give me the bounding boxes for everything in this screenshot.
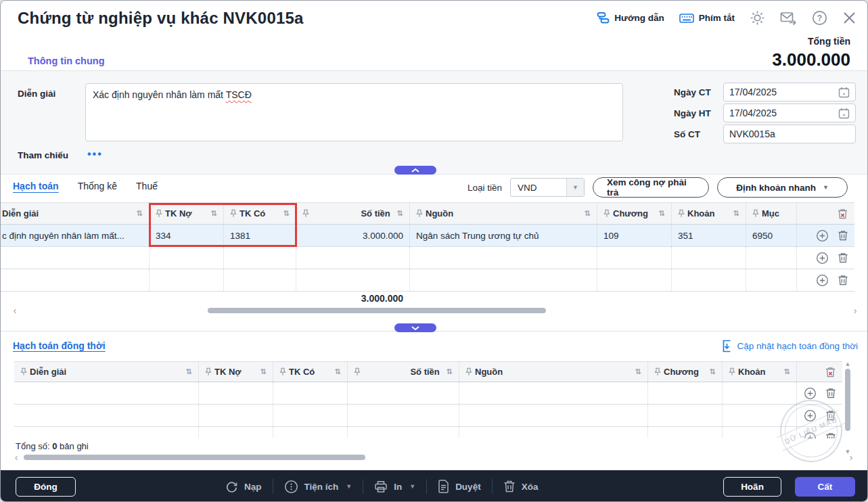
delete-row-icon[interactable] xyxy=(838,274,848,286)
posting-date-input[interactable]: 17/04/2025 xyxy=(723,104,856,122)
table-row-empty[interactable] xyxy=(1,269,854,292)
delete-button[interactable]: Xóa xyxy=(503,480,539,493)
add-row-icon[interactable] xyxy=(804,432,817,439)
scroll-right-icon[interactable]: › xyxy=(850,307,860,314)
sort-icon[interactable]: ⇅ xyxy=(134,209,143,218)
shortcuts-button[interactable]: Phím tắt xyxy=(679,13,735,24)
sort-icon[interactable]: ⇅ xyxy=(707,367,716,376)
calendar-icon[interactable] xyxy=(838,108,850,119)
add-row-icon[interactable] xyxy=(816,274,829,287)
pin-icon[interactable] xyxy=(678,209,685,218)
col-tk-no[interactable]: TK Nợ ⇅ xyxy=(199,362,273,382)
sort-icon[interactable]: ⇅ xyxy=(633,367,641,376)
delete-row-icon[interactable] xyxy=(838,252,848,264)
pin-icon[interactable] xyxy=(205,367,212,376)
doc-number-input[interactable]: NVK0015a xyxy=(723,124,856,143)
col-khoan[interactable]: Khoản ⇅ xyxy=(672,203,746,224)
delete-row-icon[interactable] xyxy=(825,432,836,438)
col-so-tien[interactable]: Số tiền ⇅ xyxy=(348,362,459,382)
doc-date-input[interactable]: 17/04/2025 xyxy=(723,83,856,101)
col-tk-co[interactable]: TK Có ⇅ xyxy=(224,203,296,224)
scrollbar-thumb[interactable] xyxy=(24,455,365,460)
add-row-icon[interactable] xyxy=(816,229,829,242)
update-simultaneous-link[interactable]: Cập nhật hạch toán đồng thời xyxy=(722,340,859,352)
pin-icon[interactable] xyxy=(279,367,286,376)
col-khoan[interactable]: Khoản ⇅ xyxy=(723,362,797,382)
add-row-icon[interactable] xyxy=(816,252,829,265)
col-nguon[interactable]: Nguồn ⇅ xyxy=(459,362,648,382)
pin-icon[interactable] xyxy=(20,367,27,376)
collapse-down-button[interactable] xyxy=(394,323,436,332)
scroll-right-icon[interactable]: › xyxy=(846,454,856,461)
pin-icon[interactable] xyxy=(416,209,423,218)
delete-all-icon[interactable] xyxy=(837,208,848,220)
add-row-icon[interactable] xyxy=(804,387,817,400)
table-row-empty[interactable] xyxy=(14,405,842,427)
postpone-button[interactable]: Hoãn xyxy=(723,477,781,497)
scroll-left-icon[interactable]: ‹ xyxy=(12,454,21,461)
gear-icon[interactable] xyxy=(750,10,765,26)
reload-button[interactable]: Nạp xyxy=(225,480,262,493)
scrollbar-thumb[interactable] xyxy=(845,369,850,431)
description-input[interactable]: Xác định nguyên nhân làm mất TSCĐ xyxy=(85,83,623,141)
sort-icon[interactable]: ⇅ xyxy=(582,209,591,218)
col-tk-co[interactable]: TK Có ⇅ xyxy=(273,362,348,382)
col-tk-no[interactable]: TK Nợ ⇅ xyxy=(150,203,224,224)
delete-row-icon[interactable] xyxy=(825,409,836,421)
horizontal-scrollbar[interactable]: ‹ › xyxy=(10,307,860,314)
sort-icon[interactable]: ⇅ xyxy=(332,367,341,376)
col-dien-giai[interactable]: Diễn giải ⇅ xyxy=(14,362,199,382)
add-row-icon[interactable] xyxy=(804,409,817,422)
close-button[interactable]: Đóng xyxy=(16,477,76,497)
sort-icon[interactable]: ⇅ xyxy=(208,209,217,218)
send-mail-icon[interactable] xyxy=(780,11,797,25)
sort-icon[interactable]: ⇅ xyxy=(394,209,403,218)
scroll-left-icon[interactable]: ‹ xyxy=(10,307,20,314)
approve-button[interactable]: Duyệt xyxy=(438,480,481,493)
table-row-empty[interactable] xyxy=(14,427,842,438)
table-row[interactable]: c định nguyên nhân làm mất... 334 1381 3… xyxy=(1,225,854,247)
tab-hach-toan[interactable]: Hạch toán xyxy=(13,181,59,191)
col-muc[interactable]: Mục xyxy=(746,203,797,224)
pin-icon[interactable] xyxy=(156,209,162,218)
vertical-scrollbar[interactable]: ▲ ▼ xyxy=(844,361,852,455)
delete-row-icon[interactable] xyxy=(825,387,836,399)
calendar-icon[interactable] xyxy=(838,87,850,98)
table-row-empty[interactable] xyxy=(14,382,842,405)
col-so-tien[interactable]: Số tiền ⇅ xyxy=(296,203,410,224)
pin-icon[interactable] xyxy=(354,367,361,376)
guide-button[interactable]: Hướng dẫn xyxy=(597,12,664,24)
pin-icon[interactable] xyxy=(230,209,237,218)
pin-icon[interactable] xyxy=(654,367,661,376)
sort-icon[interactable]: ⇅ xyxy=(781,367,790,376)
horizontal-scrollbar[interactable]: ‹ › xyxy=(12,454,856,461)
simultaneous-section-title[interactable]: Hạch toán đồng thời xyxy=(13,340,106,351)
sort-icon[interactable]: ⇅ xyxy=(731,209,739,218)
col-chuong[interactable]: Chương ⇅ xyxy=(597,203,672,224)
close-icon[interactable] xyxy=(842,11,856,25)
delete-row-icon[interactable] xyxy=(838,229,848,242)
quick-entry-button[interactable]: Định khoản nhanh ▼ xyxy=(717,177,848,198)
sort-icon[interactable]: ⇅ xyxy=(281,209,290,218)
sort-icon[interactable]: ⇅ xyxy=(444,367,453,376)
scroll-up-icon[interactable]: ▲ xyxy=(846,361,849,367)
utilities-button[interactable]: Tiện ích ▼ xyxy=(284,480,352,494)
chevron-down-icon[interactable]: ▼ xyxy=(566,179,584,196)
col-dien-giai[interactable]: Diễn giải ⇅ xyxy=(1,203,150,224)
save-button[interactable]: Cất xyxy=(795,477,855,497)
pin-icon[interactable] xyxy=(465,367,472,376)
tab-thue[interactable]: Thuế xyxy=(136,181,158,191)
sort-icon[interactable]: ⇅ xyxy=(183,367,192,376)
col-chuong[interactable]: Chương ⇅ xyxy=(648,362,723,382)
currency-select[interactable]: VND ▼ xyxy=(510,178,585,197)
tab-thong-ke[interactable]: Thống kê xyxy=(78,181,117,191)
pin-icon[interactable] xyxy=(729,367,735,376)
sort-icon[interactable]: ⇅ xyxy=(656,209,665,218)
scrollbar-thumb[interactable] xyxy=(208,308,546,313)
sort-icon[interactable]: ⇅ xyxy=(258,367,267,376)
delete-all-icon[interactable] xyxy=(825,366,836,378)
collapse-up-button[interactable] xyxy=(394,166,436,175)
pin-icon[interactable] xyxy=(603,209,610,218)
col-nguon[interactable]: Nguồn ⇅ xyxy=(410,203,597,224)
view-payables-button[interactable]: Xem công nợ phải trả xyxy=(593,177,709,198)
